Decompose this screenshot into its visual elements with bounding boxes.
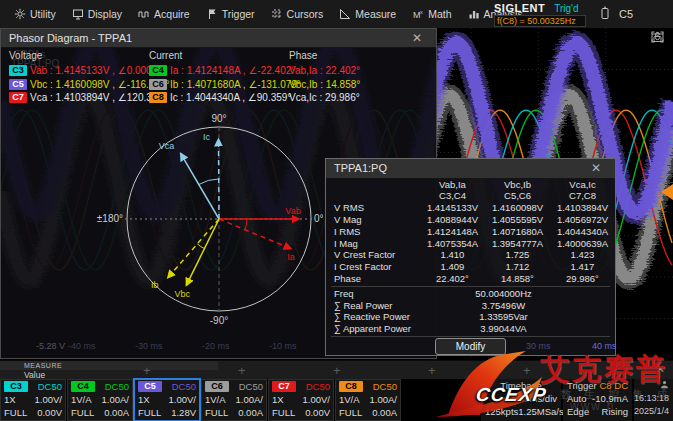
menu-item-acquire[interactable]: Acquire xyxy=(130,0,198,28)
modify-button[interactable]: Modify xyxy=(435,338,506,355)
datetime-box[interactable]: 16:13:18 2025/1/4 xyxy=(634,379,673,421)
svg-text:Ia: Ia xyxy=(287,252,295,262)
oscilloscope-screen: { "menu": {"items": [ {"label": "Utility… xyxy=(0,0,673,421)
pq-channel-header: C7,C8 xyxy=(550,190,615,202)
user-icon xyxy=(660,380,669,391)
channel-chip-c6: C6 xyxy=(205,381,229,392)
phase-row: Vab,Ia : 22.402° xyxy=(289,64,360,78)
math-icon: Mx xyxy=(412,8,424,20)
pq-value: 1.417 xyxy=(550,261,615,273)
timebase-sample-rate: 1.25MSa/s xyxy=(518,406,563,417)
channel-box-row: FULL0.00V xyxy=(1,406,65,419)
pq-row-label: I Mag xyxy=(326,238,420,250)
channel-chip-c8: C8 xyxy=(149,92,167,103)
trigger-box[interactable]: TriggerC8 DC Auto-10.9mA EdgeRising xyxy=(563,379,632,421)
channel-probe: 1V/A xyxy=(339,394,360,405)
pq-channel-header: C3,C4 xyxy=(420,190,485,202)
menu-item-utility[interactable]: Utility xyxy=(6,0,64,28)
add-measurement-button[interactable]: + xyxy=(428,361,436,380)
channel-probe: 1V/A xyxy=(71,394,92,405)
voltage-value: Vab : 1.4145133V , ∠0.000° xyxy=(30,65,156,76)
menu-item-trigger[interactable]: Trigger xyxy=(198,0,263,28)
channel-box-row: C8DC50 xyxy=(336,380,400,393)
channel-scale: 1.00V/ xyxy=(303,394,330,405)
add-measurement-button[interactable]: + xyxy=(523,361,531,380)
channel-box-c4[interactable]: C4DC501V/A1.00A/FULL0.00A xyxy=(67,379,133,421)
pq-dialog-title: TPPA1:PQ xyxy=(334,162,387,174)
channel-offset: 0.00V xyxy=(37,407,62,418)
channel-bar: C3DC501X1.00V/FULL0.00VC4DC501V/A1.00A/F… xyxy=(0,379,673,421)
channel-scale: 1.00A/ xyxy=(102,394,129,405)
channel-chip-c8: C8 xyxy=(339,381,363,392)
channel-probe: 1X xyxy=(4,394,16,405)
channel-probe: 1V/A xyxy=(205,394,226,405)
menu-item-label: Acquire xyxy=(154,8,190,20)
pq-value: 1.725 xyxy=(485,249,550,261)
channel-box-c5[interactable]: C5DC501X1.00V/FULL1.28V xyxy=(134,379,200,421)
active-channel-indicator[interactable]: C5 xyxy=(619,8,633,20)
pq-summary-label: Freq xyxy=(326,288,420,300)
flag-icon xyxy=(206,8,218,20)
column-header: Voltage xyxy=(9,50,170,64)
channel-box-row: C3DC50 xyxy=(1,380,65,393)
channel-chip-c3: C3 xyxy=(9,65,27,76)
pq-value: 1.423 xyxy=(550,249,615,261)
channel-box-c6[interactable]: C6DC501V/A1.00A/FULL0.00A xyxy=(201,379,267,421)
add-measurement-button[interactable]: + xyxy=(238,361,246,380)
channel-scale: 1.00V/ xyxy=(35,394,62,405)
channel-offset: 0.00A xyxy=(104,407,129,418)
channel-box-row: C7DC50 xyxy=(269,380,333,393)
menu-item-measure[interactable]: Measure xyxy=(331,0,404,28)
phase-value: Vbc,Ib : 14.858° xyxy=(289,79,360,90)
channel-coupling: DC50 xyxy=(239,381,263,392)
pq-row-label: I Crest Factor xyxy=(326,261,420,273)
channel-box-row: FULL0.00A xyxy=(202,406,266,419)
voltage-row: C3Vab : 1.4145133V , ∠0.000° xyxy=(9,64,170,78)
close-icon[interactable]: ✕ xyxy=(656,361,665,378)
voltage-row: C7Vca : 1.4103894V , ∠120.345° xyxy=(9,91,170,105)
clock-date: 2025/1/4 xyxy=(634,406,669,416)
menu-item-math[interactable]: MxMath xyxy=(404,0,459,28)
add-measurement-button[interactable]: + xyxy=(333,361,341,380)
menu-item-cursors[interactable]: Cursors xyxy=(263,0,332,28)
current-value: Ic : 1.4044340A , ∠90.359° xyxy=(170,92,291,103)
phase-value: Vab,Ia : 22.402° xyxy=(289,65,360,76)
pq-value: 1.4044340A xyxy=(550,226,615,238)
phasor-window-titlebar[interactable]: Phasor Diagram - TPPA1 ✕ xyxy=(1,29,436,48)
menu-item-label: Cursors xyxy=(287,8,324,20)
channel-bandwidth: FULL xyxy=(272,407,295,418)
pq-corner-cell xyxy=(326,190,420,202)
column-header: Current xyxy=(149,50,301,64)
pq-value: 1.4124148A xyxy=(420,226,485,238)
timebase-box[interactable]: Timebase 10.0ms/div 125kpts1.25MSa/s xyxy=(481,379,561,421)
pq-summary-label: ∑ Real Power xyxy=(326,300,420,312)
channel-box-row: 1V/A1.00A/ xyxy=(202,393,266,406)
menu-item-display[interactable]: Display xyxy=(64,0,130,28)
svg-text:Ib: Ib xyxy=(151,280,159,290)
pq-summary-label: ∑ Reactive Power xyxy=(326,311,420,323)
close-icon[interactable]: ✕ xyxy=(585,159,607,177)
pq-dialog-titlebar[interactable]: TPPA1:PQ ✕ xyxy=(326,159,615,179)
close-icon[interactable]: ✕ xyxy=(406,29,428,47)
channel-box-c7[interactable]: C7DC501X1.00V/FULL0.00V xyxy=(268,379,334,421)
display-icon xyxy=(72,8,84,20)
svg-text:Vbc: Vbc xyxy=(175,289,191,299)
trigger-status: Trig'd xyxy=(554,3,578,14)
trigger-title: Trigger xyxy=(567,380,597,391)
measure-icon xyxy=(339,8,351,20)
svg-text:Vab: Vab xyxy=(285,206,300,216)
pq-pair-header: Vbc,Ib xyxy=(485,179,550,191)
channel-box-row: C5DC50 xyxy=(135,380,199,393)
phase-row: Vbc,Ib : 14.858° xyxy=(289,78,360,92)
pq-channel-header: C5,C6 xyxy=(485,190,550,202)
pq-value: 22.402° xyxy=(420,273,485,285)
current-row: C4Ia : 1.4124148A , ∠-22.402° xyxy=(149,64,301,78)
channel-box-c3[interactable]: C3DC501X1.00V/FULL0.00V xyxy=(0,379,66,421)
pq-dialog: TPPA1:PQ ✕ Vab,IaVbc,IbVca,IcC3,C4C5,C6C… xyxy=(325,158,616,356)
channel-box-c8[interactable]: C8DC501V/A1.00A/FULL0.00A xyxy=(335,379,401,421)
pq-value: 1.4000639A xyxy=(550,238,615,250)
pq-value: 1.4103894V xyxy=(550,202,615,214)
channel-box-row: 1V/A1.00A/ xyxy=(68,393,132,406)
channel-chip-c4: C4 xyxy=(71,381,95,392)
add-measurement-button[interactable]: + xyxy=(143,361,151,380)
